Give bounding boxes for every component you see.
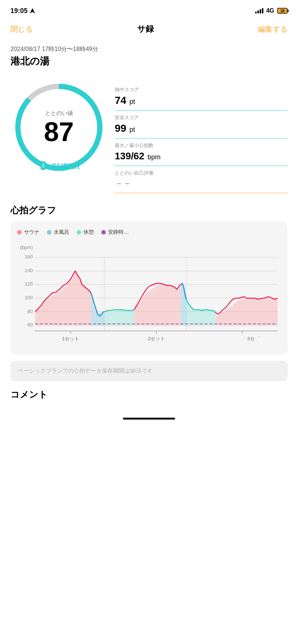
- heart-rate-chart: (bpm) 160 140 120 100 80 60: [17, 242, 281, 346]
- session-datetime: 2024/08/17 17時10分〜18時49分: [10, 45, 288, 53]
- legend-dot-water: [47, 230, 51, 235]
- stat-label-2: 最大／最小心拍数: [115, 142, 288, 149]
- stat-value-0: 74 pt: [115, 95, 288, 106]
- chart-wrapper: (bpm) 160 140 120 100 80 60: [17, 242, 281, 347]
- svg-point-7: [43, 163, 44, 164]
- stat-value-3: －－: [115, 178, 288, 189]
- svg-text:120: 120: [25, 281, 33, 287]
- svg-point-9: [44, 165, 44, 166]
- stat-label-1: 安全スコア: [115, 114, 288, 121]
- circle-label: ととのい値: [44, 110, 74, 117]
- circle-badge: SUPER: [38, 161, 80, 172]
- network-label: 4G: [266, 7, 274, 14]
- close-button[interactable]: 閉じる: [10, 24, 33, 34]
- svg-point-8: [42, 165, 43, 166]
- circle-value: 87: [44, 118, 74, 145]
- graph-legend: サウナ 水風呂 休憩 安静時…: [17, 229, 281, 236]
- score-section: ととのい値 87 SUPER: [10, 79, 288, 193]
- legend-label-water: 水風呂: [54, 229, 69, 236]
- circle-inner: ととのい値 87: [44, 110, 74, 145]
- super-badge: SUPER: [52, 162, 80, 171]
- svg-text:60: 60: [28, 322, 33, 328]
- legend-resting-hr: 安静時…: [101, 229, 129, 236]
- svg-marker-28: [104, 310, 134, 325]
- svg-text:160: 160: [25, 254, 33, 259]
- svg-marker-31: [186, 298, 216, 325]
- graph-title: 心拍グラフ: [10, 204, 288, 216]
- stat-item-1: 安全スコア 99 pt: [115, 111, 288, 138]
- nav-title: サ録: [137, 23, 154, 35]
- svg-marker-32: [216, 298, 278, 325]
- comment-title: コメント: [10, 389, 288, 401]
- legend-sauna: サウナ: [17, 229, 39, 236]
- svg-text:1セット: 1セット: [62, 336, 79, 341]
- status-time: 19:05: [10, 7, 35, 15]
- stat-value-2: 139/62 bpm: [115, 150, 288, 162]
- legend-dot-sauna: [17, 230, 22, 235]
- stat-label-3: ととのい自己評価: [115, 170, 288, 176]
- stat-value-1: 99 pt: [115, 122, 288, 134]
- legend-label-resting: 安静時…: [108, 229, 129, 236]
- svg-text:80: 80: [28, 309, 33, 314]
- graph-card: サウナ 水風呂 休憩 安静時… (bpm) 160 140 120: [10, 221, 288, 355]
- location-icon: [30, 8, 35, 13]
- legend-label-rest: 休憩: [83, 229, 94, 236]
- stat-label-0: 熱中スコア: [115, 86, 288, 93]
- edit-button[interactable]: 編集する: [258, 24, 288, 34]
- signal-icon: [255, 8, 263, 13]
- svg-text:3セ゛: 3セ゛: [247, 336, 259, 341]
- svg-text:(bpm): (bpm): [20, 245, 33, 250]
- stat-item-3: ととのい自己評価 －－: [115, 166, 288, 193]
- stat-item-2: 最大／最小心拍数 139/62 bpm: [115, 138, 288, 166]
- status-right: 4G 18: [255, 7, 288, 14]
- battery-icon: 18: [277, 8, 288, 14]
- legend-dot-resting: [101, 230, 106, 235]
- legend-label-sauna: サウナ: [24, 229, 39, 236]
- main-content: 2024/08/17 17時10分〜18時49分 港北の湯 ととのい値 87: [0, 39, 298, 410]
- home-indicator: [123, 418, 175, 420]
- stat-item-0: 熱中スコア 74 pt: [115, 83, 288, 111]
- legend-water: 水風呂: [47, 229, 69, 236]
- session-place: 港北の湯: [10, 55, 288, 68]
- svg-text:2セット: 2セット: [148, 336, 165, 341]
- svg-text:100: 100: [25, 295, 33, 300]
- svg-marker-29: [134, 284, 181, 325]
- stats-panel: 熱中スコア 74 pt 安全スコア 99 pt 最大／最小心拍数 139/62 …: [115, 79, 288, 193]
- svg-rect-5: [42, 162, 44, 163]
- score-circle: ととのい値 87 SUPER: [10, 79, 107, 176]
- legend-dot-rest: [77, 230, 81, 235]
- svg-text:140: 140: [25, 268, 33, 273]
- info-box-text: ベーシックプランでの心拍データ保存期間は30日です: [18, 367, 280, 375]
- info-box: ベーシックプランでの心拍データ保存期間は30日です: [10, 361, 288, 381]
- svg-marker-30: [181, 284, 186, 325]
- svg-marker-0: [30, 8, 35, 13]
- nav-bar: 閉じる サ録 編集する: [0, 19, 298, 39]
- bell-icon: [38, 161, 49, 172]
- status-bar: 19:05 4G 18: [0, 0, 298, 19]
- legend-rest: 休憩: [77, 229, 94, 236]
